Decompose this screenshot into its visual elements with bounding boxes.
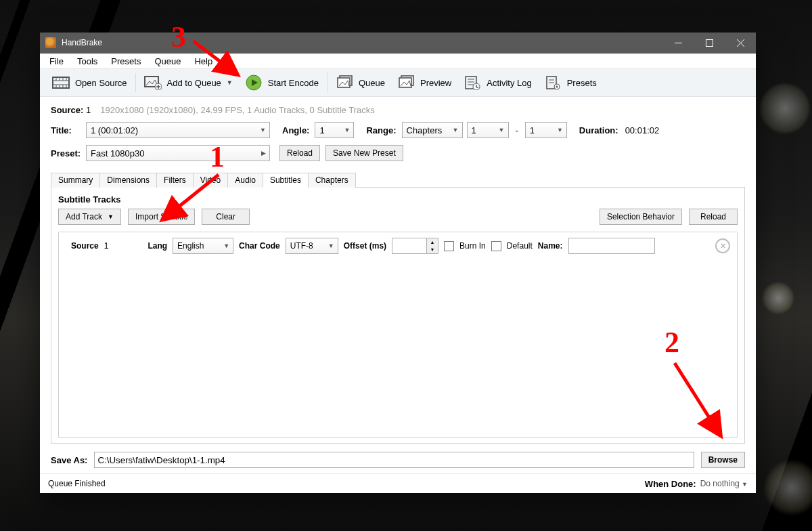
source-row: Source: 1 1920x1080 (1920x1080), 24.99 F… xyxy=(51,105,745,115)
image-stack-icon xyxy=(336,75,353,91)
default-checkbox[interactable] xyxy=(491,241,501,251)
preset-row: Preset: Fast 1080p30▶ Reload Save New Pr… xyxy=(51,145,745,161)
title-value: 1 (00:01:02) xyxy=(91,125,138,135)
menu-tools[interactable]: Tools xyxy=(70,55,104,68)
track-lang-select[interactable]: English▼ xyxy=(173,238,233,254)
tab-dimensions[interactable]: Dimensions xyxy=(99,173,157,188)
preset-value: Fast 1080p30 xyxy=(91,148,145,158)
tabs: Summary Dimensions Filters Video Audio S… xyxy=(51,172,745,188)
preset-select[interactable]: Fast 1080p30▶ xyxy=(86,145,270,161)
burn-in-checkbox[interactable] xyxy=(444,241,454,251)
default-label: Default xyxy=(507,241,533,251)
tab-audio[interactable]: Audio xyxy=(227,173,263,188)
title-row: Title: 1 (00:01:02)▼ Angle: 1▼ Range: Ch… xyxy=(51,122,745,138)
app-icon xyxy=(45,37,56,48)
close-button[interactable] xyxy=(725,33,756,53)
tab-summary[interactable]: Summary xyxy=(51,173,100,188)
window-title: HandBrake xyxy=(62,38,102,47)
track-charcode-select[interactable]: UTF-8▼ xyxy=(286,238,338,254)
save-as-input[interactable] xyxy=(94,452,694,468)
content-area: Source: 1 1920x1080 (1920x1080), 24.99 F… xyxy=(40,97,756,473)
track-offset-input[interactable] xyxy=(392,238,427,254)
source-index: 1 xyxy=(86,105,91,115)
subtitle-tracks-heading: Subtitle Tracks xyxy=(58,194,738,205)
track-lang-value: English xyxy=(177,241,204,251)
chevron-down-icon: ▼ xyxy=(108,213,114,220)
tab-subtitles[interactable]: Subtitles xyxy=(263,173,309,188)
add-to-queue-button[interactable]: Add to Queue ▼ xyxy=(139,69,238,96)
open-source-button[interactable]: Open Source xyxy=(47,69,133,96)
track-name-input[interactable] xyxy=(568,238,655,254)
track-lang-label: Lang xyxy=(148,241,167,251)
queue-button[interactable]: Queue xyxy=(330,69,390,96)
chevron-down-icon: ▼ xyxy=(223,242,229,249)
minimize-button[interactable] xyxy=(662,33,694,53)
track-source-index: 1 xyxy=(104,241,109,251)
menu-presets[interactable]: Presets xyxy=(104,55,148,68)
tab-video[interactable]: Video xyxy=(193,173,228,188)
document-gear-icon xyxy=(544,75,562,91)
range-to-select[interactable]: 1▼ xyxy=(525,122,567,138)
log-icon xyxy=(464,75,481,91)
title-label: Title: xyxy=(51,125,86,135)
spinner-down-icon[interactable]: ▼ xyxy=(427,246,438,253)
svg-rect-1 xyxy=(706,39,713,46)
preset-label: Preset: xyxy=(51,148,86,158)
when-done-label: When Done: xyxy=(645,479,696,489)
close-icon: ✕ xyxy=(720,242,726,251)
image-plus-icon xyxy=(144,75,162,91)
subtitle-track-row: Source 1 Lang English▼ Char Code UTF-8▼ … xyxy=(66,238,730,254)
toolbar-separator xyxy=(327,73,328,92)
tab-chapters[interactable]: Chapters xyxy=(308,173,356,188)
maximize-button[interactable] xyxy=(694,33,725,53)
save-as-row: Save As: Browse xyxy=(51,452,745,468)
angle-select[interactable]: 1▼ xyxy=(315,122,354,138)
reload-subtitles-button[interactable]: Reload xyxy=(689,209,738,225)
source-info: 1920x1080 (1920x1080), 24.99 FPS, 1 Audi… xyxy=(100,105,374,115)
chevron-down-icon: ▼ xyxy=(742,481,748,488)
range-label: Range: xyxy=(366,125,396,135)
add-track-button[interactable]: Add Track ▼ xyxy=(58,209,121,225)
clear-button[interactable]: Clear xyxy=(202,209,250,225)
import-subtitle-button[interactable]: Import Subtitle xyxy=(128,209,195,225)
selection-behavior-button[interactable]: Selection Behavior xyxy=(600,209,682,225)
chevron-down-icon: ▼ xyxy=(260,127,266,133)
preview-icon xyxy=(397,75,415,91)
toolbar-separator xyxy=(135,73,136,92)
chevron-down-icon: ▼ xyxy=(453,127,459,133)
tab-filters[interactable]: Filters xyxy=(156,173,194,188)
presets-toolbar-button[interactable]: Presets xyxy=(539,69,602,96)
chevron-right-icon: ▶ xyxy=(261,150,266,156)
range-separator: - xyxy=(516,125,518,135)
track-offset-label: Offset (ms) xyxy=(344,241,386,251)
range-to-value: 1 xyxy=(530,125,535,135)
status-bar: Queue Finished When Done: Do nothing ▼ xyxy=(40,473,756,493)
menu-help[interactable]: Help xyxy=(187,55,219,68)
toolbar: Open Source Add to Queue ▼ Start Encode … xyxy=(40,69,756,97)
start-encode-label: Start Encode xyxy=(268,78,319,88)
track-offset-spinner[interactable]: ▲▼ xyxy=(392,238,438,254)
title-select[interactable]: 1 (00:01:02)▼ xyxy=(86,122,270,138)
chevron-down-icon: ▼ xyxy=(557,127,563,133)
menu-file[interactable]: File xyxy=(43,55,70,68)
range-type-select[interactable]: Chapters▼ xyxy=(402,122,463,138)
film-reel-icon xyxy=(52,75,70,91)
open-source-label: Open Source xyxy=(75,78,127,88)
title-bar: HandBrake xyxy=(40,33,756,54)
menu-queue[interactable]: Queue xyxy=(148,55,187,68)
duration-value: 00:01:02 xyxy=(625,125,660,135)
subtitles-panel: Subtitle Tracks Add Track ▼ Import Subti… xyxy=(51,188,745,444)
activity-log-button[interactable]: Activity Log xyxy=(458,69,537,96)
chevron-down-icon: ▼ xyxy=(499,127,505,133)
duration-label: Duration: xyxy=(579,125,618,135)
preview-button[interactable]: Preview xyxy=(392,69,457,96)
remove-track-button[interactable]: ✕ xyxy=(715,238,730,253)
browse-button[interactable]: Browse xyxy=(701,452,745,468)
range-from-select[interactable]: 1▼ xyxy=(467,122,509,138)
range-from-value: 1 xyxy=(472,125,476,135)
save-new-preset-button[interactable]: Save New Preset xyxy=(325,145,403,161)
spinner-up-icon[interactable]: ▲ xyxy=(427,238,438,246)
when-done-select[interactable]: Do nothing ▼ xyxy=(700,479,748,488)
reload-preset-button[interactable]: Reload xyxy=(279,145,320,161)
start-encode-button[interactable]: Start Encode xyxy=(240,69,324,96)
